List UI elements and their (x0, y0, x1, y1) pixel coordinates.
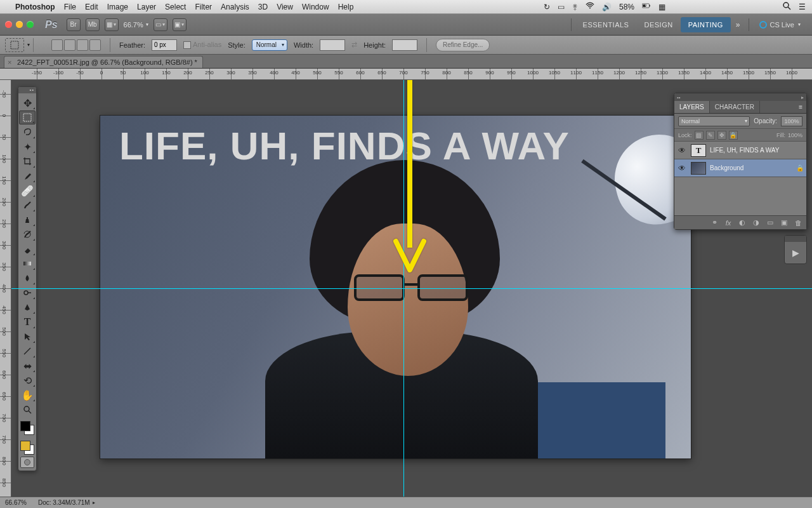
layers-panel-header[interactable]: ••▸ (674, 93, 806, 101)
menu-layer[interactable]: Layer (137, 3, 156, 11)
feather-input[interactable] (152, 39, 177, 51)
3d-camera-tool[interactable]: ⟲ (19, 373, 36, 387)
layer-visibility-icon[interactable]: 👁 (677, 146, 687, 155)
menu-help[interactable]: Help (338, 3, 354, 11)
menu-view[interactable]: View (277, 3, 293, 11)
lock-transparency-icon[interactable]: ▨ (695, 131, 704, 140)
link-layers-icon[interactable]: ⚭ (710, 218, 719, 227)
refine-edge-button[interactable]: Refine Edge... (436, 39, 490, 51)
group-icon[interactable]: ▭ (766, 218, 775, 227)
menu-select[interactable]: Select (165, 3, 186, 11)
minibridge-button[interactable]: Mb (86, 18, 100, 31)
menu-edit[interactable]: Edit (85, 3, 98, 11)
gradient-tool[interactable] (19, 257, 36, 271)
tab-character[interactable]: CHARACTER (710, 101, 760, 113)
guide-vertical[interactable] (403, 80, 404, 497)
toolbox-header[interactable]: •• (18, 87, 36, 93)
zoom-window-button[interactable] (27, 21, 34, 28)
eyedropper-tool[interactable] (19, 169, 36, 183)
quick-mask-button[interactable] (20, 457, 34, 468)
layer-background[interactable]: 👁 Background 🔒 (674, 159, 806, 177)
minimize-window-button[interactable] (16, 21, 23, 28)
selection-subtract-button[interactable] (77, 39, 88, 51)
workspace-design[interactable]: DESIGN (636, 17, 680, 32)
canvas[interactable]: LIFE, UH, FINDS A WAY (100, 116, 691, 458)
type-tool[interactable]: T (19, 315, 36, 329)
tab-layers[interactable]: LAYERS (674, 101, 710, 113)
healing-brush-tool[interactable]: 🩹 (19, 184, 36, 197)
panel-menu-icon[interactable]: ≡ (795, 101, 806, 113)
collapsed-panel[interactable]: ▶ (784, 235, 807, 264)
vertical-ruler[interactable]: -500501001502002503003504004505005506006… (0, 80, 11, 497)
menu-list-icon[interactable]: ☰ (799, 3, 806, 11)
antialias-checkbox[interactable]: Anti-alias (183, 41, 221, 49)
lock-position-icon[interactable]: ✥ (717, 131, 726, 140)
lock-all-icon[interactable]: 🔒 (729, 131, 738, 140)
layer-mask-icon[interactable]: ◐ (738, 218, 747, 227)
line-tool[interactable] (19, 344, 36, 358)
3d-tool[interactable]: ⬌ (19, 359, 36, 373)
brush-tool[interactable] (19, 198, 36, 212)
layer-visibility-icon[interactable]: 👁 (677, 164, 687, 173)
guide-horizontal[interactable] (11, 288, 812, 289)
lasso-tool[interactable] (19, 125, 36, 139)
status-zoom[interactable]: 66.67% (5, 499, 27, 506)
blur-tool[interactable] (19, 271, 36, 285)
menu-analysis[interactable]: Analysis (221, 3, 249, 11)
menu-image[interactable]: Image (107, 3, 128, 11)
workspace-more-button[interactable]: » (731, 20, 745, 29)
layer-text[interactable]: 👁 T LIFE, UH, FINDS A WAY (674, 142, 806, 159)
screen-mode-button[interactable]: ▭ (154, 18, 167, 31)
delete-layer-icon[interactable]: 🗑 (794, 218, 802, 227)
bridge-button[interactable]: Br (67, 18, 81, 31)
spotlight-icon[interactable] (782, 1, 791, 12)
airplay-icon[interactable]: ▭ (558, 3, 565, 11)
history-brush-tool[interactable] (19, 227, 36, 241)
blend-mode-select[interactable]: Normal (678, 116, 750, 126)
horizontal-ruler[interactable]: -150-100-5005010015020025030035040045050… (0, 69, 812, 80)
time-machine-icon[interactable]: ↻ (544, 3, 550, 11)
workspace-painting[interactable]: PAINTING (681, 17, 731, 32)
view-extras-button[interactable]: ▣ (173, 18, 187, 31)
date-icon[interactable]: ▦ (658, 3, 665, 11)
menu-window[interactable]: Window (302, 3, 329, 11)
workspace-essentials[interactable]: ESSENTIALS (575, 17, 637, 32)
path-selection-tool[interactable] (19, 330, 36, 344)
zoom-tool[interactable] (19, 403, 36, 417)
zoom-level-dropdown[interactable]: 66.7% (124, 21, 148, 29)
selection-intersect-button[interactable] (89, 39, 101, 51)
bluetooth-icon[interactable]: ⚵ (572, 3, 578, 11)
selection-add-button[interactable] (64, 39, 75, 51)
color-swatch-default[interactable] (19, 420, 36, 436)
hand-tool[interactable]: ✋ (19, 388, 36, 402)
cs-live-button[interactable]: CS Live (753, 21, 807, 29)
menu-filter[interactable]: Filter (195, 3, 212, 11)
fill-value[interactable]: 100% (788, 132, 802, 138)
menu-3d[interactable]: 3D (258, 3, 268, 11)
eraser-tool[interactable] (19, 242, 36, 256)
pen-tool[interactable] (19, 300, 36, 314)
volume-icon[interactable]: 🔊 (602, 3, 612, 11)
style-select[interactable]: Normal (252, 39, 287, 51)
adjustment-layer-icon[interactable]: ◑ (752, 218, 761, 227)
crop-tool[interactable] (19, 154, 36, 168)
wifi-icon[interactable] (586, 1, 594, 12)
opacity-value[interactable]: 100% (781, 116, 802, 126)
clone-stamp-tool[interactable] (19, 213, 36, 227)
tool-preset-picker[interactable] (5, 38, 24, 52)
new-layer-icon[interactable]: ▣ (780, 218, 789, 227)
close-document-icon[interactable]: × (8, 58, 11, 66)
layer-fx-icon[interactable]: fx (724, 218, 733, 227)
close-window-button[interactable] (5, 21, 12, 28)
app-name[interactable]: Photoshop (15, 3, 55, 11)
move-tool[interactable]: ✥ (19, 96, 36, 110)
arrange-documents-button[interactable]: ▦ (105, 18, 119, 31)
selection-new-button[interactable] (51, 39, 63, 51)
magic-wand-tool[interactable]: ✦ (19, 140, 36, 154)
menu-file[interactable]: File (64, 3, 76, 11)
lock-pixels-icon[interactable]: ✎ (706, 131, 715, 140)
battery-icon[interactable] (642, 1, 651, 12)
status-doc-size[interactable]: Doc: 3.34M/3.71M▸ (38, 499, 95, 506)
marquee-tool[interactable] (19, 110, 36, 124)
document-tab[interactable]: × 2422_FPT_00051R.jpg @ 66.7% (Backgroun… (4, 56, 203, 68)
